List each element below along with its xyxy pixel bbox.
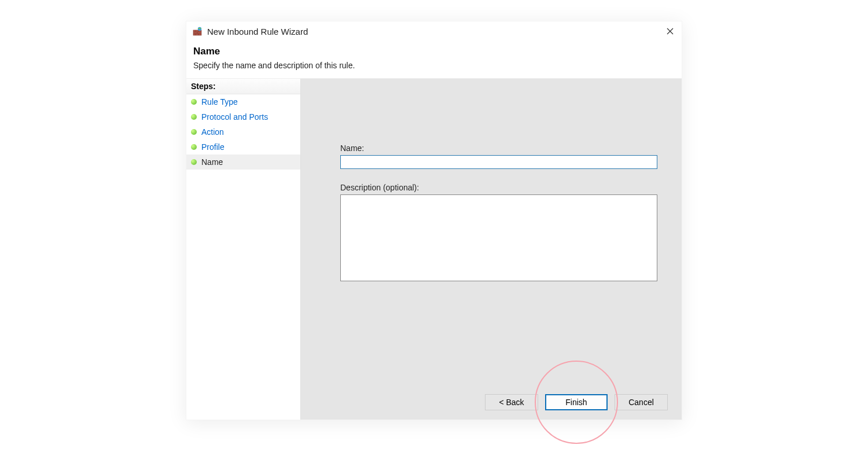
title-bar: New Inbound Rule Wizard xyxy=(186,21,682,41)
wizard-header: Name Specify the name and description of… xyxy=(186,41,682,79)
bullet-icon xyxy=(191,99,197,105)
finish-button[interactable]: Finish xyxy=(545,394,608,410)
description-label: Description (optional): xyxy=(340,183,657,192)
step-action[interactable]: Action xyxy=(186,124,300,139)
step-profile[interactable]: Profile xyxy=(186,139,300,155)
step-protocol-and-ports[interactable]: Protocol and Ports xyxy=(186,109,300,124)
wizard-main-panel: Name: Description (optional): < Back Fin… xyxy=(301,79,682,420)
step-label: Action xyxy=(201,127,224,137)
step-label: Rule Type xyxy=(201,97,238,106)
close-button[interactable] xyxy=(663,24,677,38)
steps-heading: Steps: xyxy=(186,79,300,94)
step-label: Name xyxy=(201,157,223,167)
page-subtitle: Specify the name and description of this… xyxy=(193,61,675,70)
wizard-dialog: New Inbound Rule Wizard Name Specify the… xyxy=(186,21,682,420)
firewall-icon xyxy=(192,26,203,36)
bullet-icon xyxy=(191,144,197,150)
step-label: Protocol and Ports xyxy=(201,112,268,122)
step-name[interactable]: Name xyxy=(186,155,300,170)
cancel-button[interactable]: Cancel xyxy=(615,394,668,410)
bullet-icon xyxy=(191,159,197,165)
steps-sidebar: Steps: Rule Type Protocol and Ports Acti… xyxy=(186,79,301,420)
step-label: Profile xyxy=(201,142,225,152)
back-button[interactable]: < Back xyxy=(485,394,538,410)
bullet-icon xyxy=(191,114,197,120)
description-textarea[interactable] xyxy=(340,194,657,281)
name-label: Name: xyxy=(340,144,657,153)
page-title: Name xyxy=(193,46,675,57)
window-title: New Inbound Rule Wizard xyxy=(207,27,308,36)
bullet-icon xyxy=(191,129,197,135)
name-input[interactable] xyxy=(340,155,657,169)
step-rule-type[interactable]: Rule Type xyxy=(186,94,300,109)
